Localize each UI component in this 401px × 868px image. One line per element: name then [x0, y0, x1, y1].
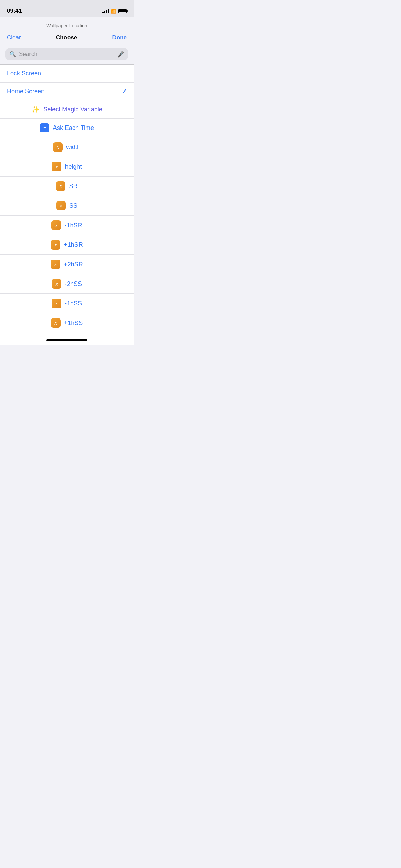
sheet-header: Wallpaper Location — [0, 17, 134, 32]
list-item-magic-variable[interactable]: ✨ Select Magic Variable — [0, 100, 134, 119]
status-time: 09:41 — [7, 8, 22, 14]
sheet-title: Wallpaper Location — [46, 23, 87, 28]
variable-icon-plus1hSS: x — [51, 318, 61, 328]
plus1hSS-label: +1hSS — [64, 320, 83, 327]
plus1hSR-label: +1hSR — [64, 241, 83, 249]
width-label: width — [66, 144, 81, 151]
list-item-SR[interactable]: x SR — [0, 177, 134, 196]
minus1hSR-label: -1hSR — [64, 222, 82, 229]
home-bar — [46, 339, 87, 341]
minus1hSS-label: -1hSS — [65, 300, 82, 307]
signal-icon — [102, 9, 109, 13]
variable-icon-minus1hSS: x — [52, 299, 61, 308]
variable-icon-plus1hSR: x — [51, 240, 60, 250]
SS-label: SS — [69, 202, 77, 209]
list-item-minus1hSR[interactable]: x -1hSR — [0, 216, 134, 235]
status-bar: 09:41 📶 — [0, 0, 134, 17]
list-item-minus2hSS[interactable]: x -2hSS — [0, 274, 134, 294]
home-indicator-area — [0, 333, 134, 345]
variable-icon-SR: x — [56, 181, 65, 191]
home-screen-checkmark: ✓ — [122, 88, 127, 95]
chat-bubble-icon — [40, 123, 49, 132]
list-item-plus1hSR[interactable]: x +1hSR — [0, 235, 134, 255]
variable-icon-minus2hSS: x — [52, 279, 61, 289]
plus2hSR-label: +2hSR — [64, 261, 83, 268]
minus2hSS-label: -2hSS — [65, 280, 82, 288]
ask-each-time-label: Ask Each Time — [53, 124, 94, 132]
list-item-ask-each-time[interactable]: Ask Each Time — [0, 119, 134, 137]
nav-title: Choose — [56, 34, 77, 41]
list-item-width[interactable]: x width — [0, 137, 134, 157]
mic-icon[interactable]: 🎤 — [117, 51, 124, 58]
search-container: 🔍 🎤 — [0, 45, 134, 64]
home-screen-label: Home Screen — [7, 88, 122, 95]
lock-screen-label: Lock Screen — [7, 70, 127, 77]
search-input[interactable] — [19, 51, 114, 58]
done-button[interactable]: Done — [112, 34, 127, 41]
battery-icon — [118, 9, 127, 13]
variable-icon-width: x — [53, 142, 63, 152]
list-item-height[interactable]: x height — [0, 157, 134, 177]
variable-icon-SS: x — [56, 201, 66, 210]
search-bar: 🔍 🎤 — [5, 48, 128, 60]
list-item-lock-screen[interactable]: Lock Screen — [0, 65, 134, 83]
variable-icon-plus2hSR: x — [51, 260, 60, 269]
search-icon: 🔍 — [10, 51, 16, 57]
status-icons: 📶 — [102, 9, 127, 14]
height-label: height — [65, 163, 82, 170]
variable-icon-height: x — [52, 162, 61, 171]
list-item-minus1hSS[interactable]: x -1hSS — [0, 294, 134, 313]
list-container: Lock Screen Home Screen ✓ ✨ Select Magic… — [0, 65, 134, 333]
list-item-home-screen[interactable]: Home Screen ✓ — [0, 83, 134, 100]
magic-variable-label: Select Magic Variable — [43, 106, 102, 113]
magic-wand-icon: ✨ — [31, 105, 40, 113]
list-item-plus1hSS[interactable]: x +1hSS — [0, 313, 134, 333]
list-item-plus2hSR[interactable]: x +2hSR — [0, 255, 134, 274]
variable-icon-minus1hSR: x — [51, 220, 61, 230]
SR-label: SR — [69, 183, 77, 190]
list-item-SS[interactable]: x SS — [0, 196, 134, 216]
wifi-icon: 📶 — [111, 9, 116, 14]
clear-button[interactable]: Clear — [7, 34, 21, 41]
nav-bar: Clear Choose Done — [0, 32, 134, 45]
